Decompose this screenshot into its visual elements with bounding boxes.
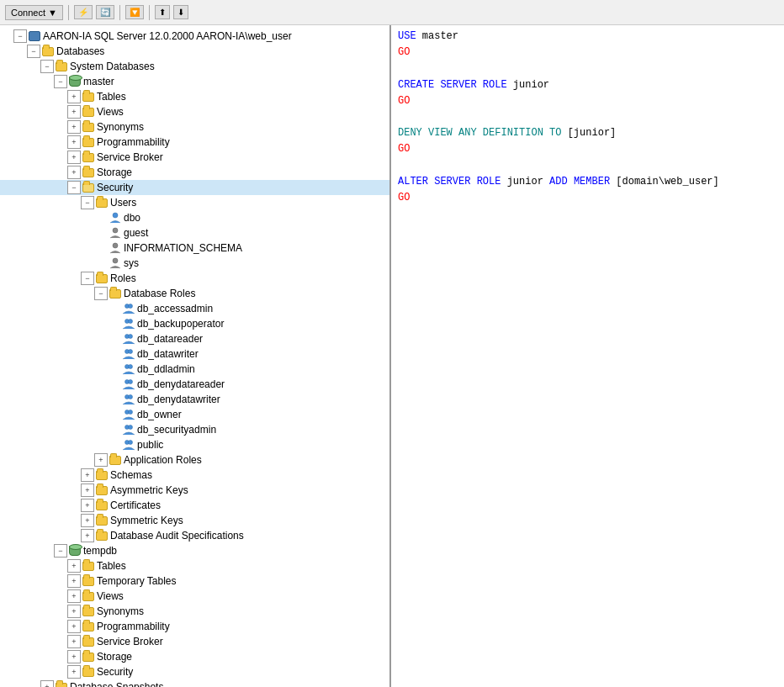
approles-expander[interactable] <box>94 453 108 467</box>
toolbar-btn-5[interactable]: ⬇ <box>173 5 188 19</box>
asymkeys-expander[interactable] <box>81 484 94 497</box>
tempdb-security-expander[interactable] <box>67 665 81 679</box>
toolbar-btn-4[interactable]: ⬆ <box>155 5 170 19</box>
master-expander[interactable] <box>54 75 67 88</box>
tempdb-views-expander[interactable] <box>67 589 81 603</box>
certs-expander[interactable] <box>81 499 94 512</box>
tree-user-guest[interactable]: guest <box>0 225 389 240</box>
tree-tempdb-synonyms[interactable]: Synonyms <box>0 604 389 619</box>
sys-databases-label: System Databases <box>70 61 155 72</box>
svcbroker-expander[interactable] <box>67 151 81 164</box>
schemas-expander[interactable] <box>81 468 94 482</box>
tree-roles-folder[interactable]: Roles <box>0 271 389 286</box>
sql-editor-panel[interactable]: USE master GO CREATE SERVER ROLE junior … <box>391 25 784 687</box>
tree-certificates[interactable]: Certificates <box>0 498 389 513</box>
tree-security-master[interactable]: Security <box>0 180 389 195</box>
tempdb-expander[interactable] <box>54 544 67 558</box>
toolbar-btn-3[interactable]: 🔽 <box>125 5 144 19</box>
tree-role-ddladmin[interactable]: db_ddladmin <box>0 362 389 377</box>
sql-definition-kw: DEFINITION <box>483 127 543 139</box>
tree-server-root[interactable]: AARON-IA SQL Server 12.0.2000 AARON-IA\w… <box>0 29 389 44</box>
tempdb-svcbroker-expander[interactable] <box>67 635 81 648</box>
tempdb-storage-expander[interactable] <box>67 650 81 663</box>
tree-role-denydatareader[interactable]: db_denydatareader <box>0 377 389 392</box>
snapshots-expander[interactable] <box>40 680 54 687</box>
svg-point-9 <box>129 335 133 339</box>
tree-user-dbo[interactable]: dbo <box>0 210 389 225</box>
db-audit-spec-label: Database Audit Specifications <box>110 530 244 542</box>
tree-storage[interactable]: Storage <box>0 165 389 180</box>
symmetric-keys-label: Symmetric Keys <box>110 515 183 526</box>
tree-role-backupoperator[interactable]: db_backupoperator <box>0 316 389 331</box>
toolbar: Connect ▼ ⚡ 🔄 🔽 ⬆ ⬇ <box>0 0 784 25</box>
tree-tempdb-programmability[interactable]: Programmability <box>0 619 389 634</box>
tree-role-denydatawriter[interactable]: db_denydatawriter <box>0 392 389 407</box>
tree-schemas[interactable]: Schemas <box>0 468 389 483</box>
connect-button[interactable]: Connect ▼ <box>5 5 63 20</box>
views-folder-icon <box>82 105 95 119</box>
symkeys-expander[interactable] <box>81 514 94 527</box>
server-expander[interactable] <box>13 29 27 43</box>
tree-synonyms[interactable]: Synonyms <box>0 119 389 135</box>
tables-expander[interactable] <box>67 90 81 103</box>
role-datawriter-icon <box>122 347 135 361</box>
tree-tempdb[interactable]: tempdb <box>0 543 389 558</box>
tree-master-db[interactable]: master <box>0 74 389 89</box>
tree-role-datareader[interactable]: db_datareader <box>0 331 389 346</box>
tree-databases[interactable]: Databases <box>0 44 389 59</box>
security-master-expander[interactable] <box>67 181 81 194</box>
tempdb-label: tempdb <box>83 545 117 557</box>
views-expander[interactable] <box>67 105 81 119</box>
role-datareader-label: db_datareader <box>137 333 203 345</box>
sys-databases-icon <box>55 60 68 73</box>
sys-db-expander[interactable] <box>40 60 54 73</box>
users-expander[interactable] <box>81 196 94 209</box>
tree-system-databases[interactable]: System Databases <box>0 59 389 74</box>
tree-role-public[interactable]: public <box>0 437 389 452</box>
tree-tempdb-storage[interactable]: Storage <box>0 649 389 664</box>
toolbar-btn-2[interactable]: 🔄 <box>96 5 114 19</box>
tempdb-security-folder-icon <box>82 665 95 679</box>
denydatawriter-leaf <box>108 393 121 406</box>
databases-expander[interactable] <box>27 45 40 58</box>
prog-expander[interactable] <box>67 135 81 149</box>
synonyms-expander[interactable] <box>67 120 81 134</box>
tempdb-prog-expander[interactable] <box>67 620 81 633</box>
tempdb-tables-label: Tables <box>97 560 126 572</box>
roles-expander[interactable] <box>81 272 94 285</box>
tempdb-temp-tables-expander[interactable] <box>67 574 81 588</box>
tree-tables[interactable]: Tables <box>0 89 389 104</box>
tempdb-programmability-folder-icon <box>82 620 95 633</box>
tempdb-synonyms-expander[interactable] <box>67 605 81 618</box>
tree-application-roles[interactable]: Application Roles <box>0 452 389 468</box>
tree-role-securityadmin[interactable]: db_securityadmin <box>0 422 389 437</box>
tree-programmability[interactable]: Programmability <box>0 135 389 150</box>
tree-tempdb-tables[interactable]: Tables <box>0 558 389 573</box>
tree-role-datawriter[interactable]: db_datawriter <box>0 346 389 362</box>
auditspec-expander[interactable] <box>81 529 94 542</box>
dbroles-expander[interactable] <box>94 287 108 300</box>
tree-tempdb-views[interactable]: Views <box>0 589 389 604</box>
tempdb-tables-expander[interactable] <box>67 559 81 573</box>
tree-service-broker[interactable]: Service Broker <box>0 150 389 165</box>
tree-tempdb-security[interactable]: Security <box>0 664 389 679</box>
tree-views[interactable]: Views <box>0 104 389 119</box>
tree-tempdb-temp-tables[interactable]: Temporary Tables <box>0 573 389 589</box>
tree-database-roles-folder[interactable]: Database Roles <box>0 286 389 301</box>
tree-user-infoschema[interactable]: INFORMATION_SCHEMA <box>0 240 389 256</box>
tempdb-service-broker-folder-icon <box>82 635 95 648</box>
user-sys-icon <box>109 256 122 270</box>
tree-asymmetric-keys[interactable]: Asymmetric Keys <box>0 483 389 498</box>
tree-symmetric-keys[interactable]: Symmetric Keys <box>0 513 389 528</box>
role-datareader-icon <box>122 332 135 346</box>
toolbar-btn-1[interactable]: ⚡ <box>74 5 93 19</box>
tree-tempdb-service-broker[interactable]: Service Broker <box>0 634 389 649</box>
tree-db-audit-spec[interactable]: Database Audit Specifications <box>0 528 389 543</box>
tree-role-accessadmin[interactable]: db_accessadmin <box>0 301 389 316</box>
tree-database-snapshots[interactable]: Database Snapshots <box>0 679 389 687</box>
sql-role-name: junior <box>513 79 549 91</box>
tree-user-sys[interactable]: sys <box>0 256 389 271</box>
tree-role-owner[interactable]: db_owner <box>0 407 389 422</box>
tree-users-folder[interactable]: Users <box>0 195 389 210</box>
storage-expander[interactable] <box>67 166 81 179</box>
